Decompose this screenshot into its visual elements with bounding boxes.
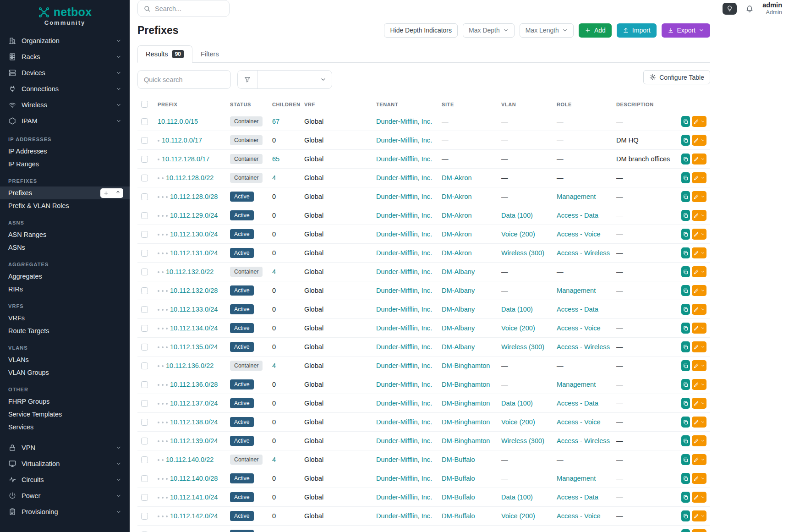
role-link[interactable]: Management xyxy=(557,287,596,294)
edit-button[interactable] xyxy=(692,360,706,371)
sidebar-item-devices[interactable]: Devices xyxy=(0,65,130,81)
vlan-link[interactable]: Voice (200) xyxy=(501,418,535,426)
site-link[interactable]: DM-Binghamton xyxy=(442,362,490,369)
tenant-link[interactable]: Dunder-Mifflin, Inc. xyxy=(376,475,432,482)
sidebar-item-asn-ranges[interactable]: ASN Ranges xyxy=(0,228,130,241)
theme-toggle-button[interactable] xyxy=(723,3,737,15)
row-checkbox[interactable] xyxy=(141,381,148,388)
site-link[interactable]: DM-Akron xyxy=(442,249,472,257)
children-count-link[interactable]: 4 xyxy=(272,268,276,275)
copy-button[interactable] xyxy=(681,398,690,409)
row-checkbox[interactable] xyxy=(141,137,148,144)
prefix-link[interactable]: 10.112.139.0/24 xyxy=(170,437,218,444)
copy-button[interactable] xyxy=(681,435,690,446)
edit-button[interactable] xyxy=(692,473,706,484)
site-link[interactable]: DM-Akron xyxy=(442,230,472,238)
edit-button[interactable] xyxy=(692,398,706,409)
children-count-link[interactable]: 4 xyxy=(272,362,276,369)
prefix-link[interactable]: 10.112.128.0/22 xyxy=(166,174,214,181)
prefix-link[interactable]: 10.112.128.0/17 xyxy=(162,155,209,163)
sidebar-item-circuits[interactable]: Circuits xyxy=(0,472,130,488)
sidebar-item-ip-addresses[interactable]: IP Addresses xyxy=(0,145,130,158)
edit-button[interactable] xyxy=(692,191,706,202)
prefix-link[interactable]: 10.112.140.0/28 xyxy=(170,475,218,482)
column-header-children[interactable]: CHILDREN xyxy=(268,97,301,112)
tenant-link[interactable]: Dunder-Mifflin, Inc. xyxy=(376,362,432,369)
site-link[interactable]: DM-Binghamton xyxy=(442,437,490,444)
row-checkbox[interactable] xyxy=(141,400,148,407)
max-depth-dropdown[interactable]: Max Depth xyxy=(463,23,515,38)
edit-button[interactable] xyxy=(692,229,706,240)
sidebar-item-provisioning[interactable]: Provisioning xyxy=(0,504,130,520)
column-header-status[interactable]: STATUS xyxy=(226,97,268,112)
copy-button[interactable] xyxy=(681,247,690,258)
copy-button[interactable] xyxy=(681,135,690,146)
role-link[interactable]: Access - Voice xyxy=(557,230,601,238)
role-link[interactable]: Management xyxy=(557,381,596,388)
edit-button[interactable] xyxy=(692,492,706,503)
site-link[interactable]: DM-Albany xyxy=(442,268,475,275)
column-header-site[interactable]: SITE xyxy=(438,97,498,112)
filter-button[interactable] xyxy=(238,71,257,88)
edit-button[interactable] xyxy=(692,172,706,183)
tenant-link[interactable]: Dunder-Mifflin, Inc. xyxy=(376,212,432,219)
prefix-link[interactable]: 10.112.135.0/24 xyxy=(170,343,218,351)
edit-button[interactable] xyxy=(692,210,706,221)
prefix-link[interactable]: 10.112.133.0/24 xyxy=(170,306,218,313)
vlan-link[interactable]: Data (100) xyxy=(501,494,533,501)
children-count-link[interactable]: 4 xyxy=(272,174,276,181)
tab-results[interactable]: Results 90 xyxy=(137,45,192,63)
prefix-link[interactable]: 10.112.134.0/24 xyxy=(170,324,218,332)
tenant-link[interactable]: Dunder-Mifflin, Inc. xyxy=(376,118,432,125)
role-link[interactable]: Access - Wireless xyxy=(557,249,610,257)
prefix-link[interactable]: 10.112.137.0/24 xyxy=(170,400,218,407)
sidebar-item-connections[interactable]: Connections xyxy=(0,81,130,97)
sidebar-item-power[interactable]: Power xyxy=(0,488,130,504)
copy-button[interactable] xyxy=(681,229,690,240)
copy-button[interactable] xyxy=(681,454,690,465)
sidebar-item-vpn[interactable]: VPN xyxy=(0,439,130,455)
sidebar-item-ipam[interactable]: IPAM xyxy=(0,113,130,129)
tenant-link[interactable]: Dunder-Mifflin, Inc. xyxy=(376,193,432,200)
configure-table-button[interactable]: Configure Table xyxy=(643,70,710,84)
column-header-vrf[interactable]: VRF xyxy=(301,97,372,112)
vlan-link[interactable]: Wireless (300) xyxy=(501,343,544,351)
role-link[interactable]: Management xyxy=(557,475,596,482)
tenant-link[interactable]: Dunder-Mifflin, Inc. xyxy=(376,381,432,388)
tenant-link[interactable]: Dunder-Mifflin, Inc. xyxy=(376,343,432,351)
edit-button[interactable] xyxy=(692,154,706,165)
vlan-link[interactable]: Wireless (300) xyxy=(501,249,544,257)
prefix-link[interactable]: 10.112.142.0/24 xyxy=(170,512,218,520)
site-link[interactable]: DM-Buffalo xyxy=(442,512,475,520)
site-link[interactable]: DM-Akron xyxy=(442,193,472,200)
tenant-link[interactable]: Dunder-Mifflin, Inc. xyxy=(376,230,432,238)
tenant-link[interactable]: Dunder-Mifflin, Inc. xyxy=(376,174,432,181)
row-checkbox[interactable] xyxy=(141,456,148,463)
search-input[interactable] xyxy=(155,5,224,12)
column-header-description[interactable]: DESCRIPTION xyxy=(613,97,678,112)
copy-button[interactable] xyxy=(681,285,690,296)
site-link[interactable]: DM-Akron xyxy=(442,212,472,219)
copy-button[interactable] xyxy=(681,360,690,371)
copy-button[interactable] xyxy=(681,172,690,183)
quick-search-input[interactable] xyxy=(137,70,231,89)
role-link[interactable]: Access - Voice xyxy=(557,418,601,426)
row-checkbox[interactable] xyxy=(141,344,148,351)
prefix-link[interactable]: 10.112.136.0/28 xyxy=(170,381,218,388)
sidebar-item-racks[interactable]: Racks xyxy=(0,49,130,65)
copy-button[interactable] xyxy=(681,379,690,390)
row-checkbox[interactable] xyxy=(141,494,148,501)
prefix-link[interactable]: 10.112.0.0/15 xyxy=(158,118,198,125)
user-menu[interactable]: admin Admin xyxy=(762,1,782,16)
tenant-link[interactable]: Dunder-Mifflin, Inc. xyxy=(376,155,432,163)
site-link[interactable]: DM-Albany xyxy=(442,306,475,313)
edit-button[interactable] xyxy=(692,116,706,127)
sidebar-item-prefixes[interactable]: Prefixes xyxy=(0,186,130,199)
select-all-checkbox[interactable] xyxy=(141,101,148,108)
sidebar-item-organization[interactable]: Organization xyxy=(0,33,130,49)
prefix-link[interactable]: 10.112.136.0/22 xyxy=(166,362,214,369)
site-link[interactable]: DM-Albany xyxy=(442,343,475,351)
row-checkbox[interactable] xyxy=(141,175,148,181)
tenant-link[interactable]: Dunder-Mifflin, Inc. xyxy=(376,494,432,501)
role-link[interactable]: Access - Wireless xyxy=(557,343,610,351)
